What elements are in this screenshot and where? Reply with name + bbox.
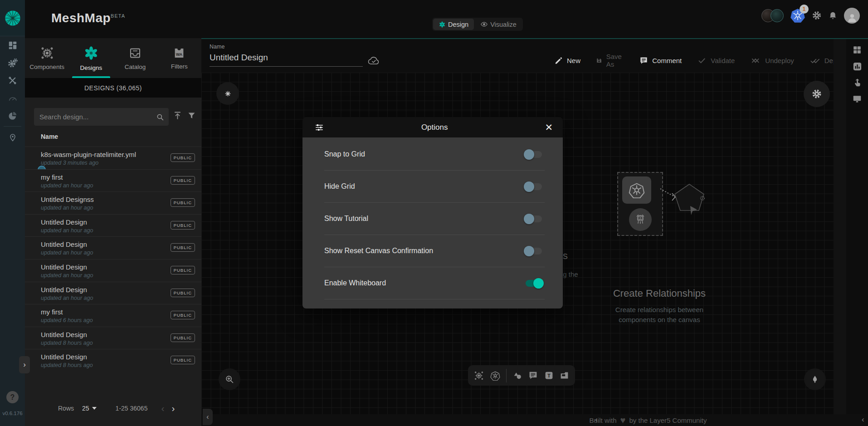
nav-extensions-icon[interactable]	[0, 107, 25, 125]
right-gap-strip	[834, 39, 846, 414]
kubernetes-context-button[interactable]: 1	[790, 8, 805, 23]
right-rail-interaction-icon[interactable]	[846, 74, 868, 91]
tab-catalog[interactable]: Catalog	[113, 38, 157, 78]
collapse-right-rail-button[interactable]: ‹	[862, 415, 864, 424]
undeploy-button[interactable]: Undeploy	[750, 53, 794, 68]
left-navigation-rail: › ? v0.6.176	[0, 0, 25, 426]
design-updated-time: updated 6 hours ago	[41, 317, 93, 323]
nav-performance-icon[interactable]	[0, 89, 25, 107]
user-profile-avatar[interactable]	[844, 8, 860, 24]
design-visibility-badge: PUBLIC	[171, 266, 195, 274]
previous-page-button[interactable]: ‹	[161, 403, 164, 414]
design-list-item[interactable]: my first updated an hour ago PUBLIC	[25, 169, 201, 192]
right-rail-screen-icon[interactable]	[846, 91, 868, 107]
right-rail-components-icon[interactable]	[846, 42, 868, 58]
tab-visualize[interactable]: Visualize	[475, 19, 522, 30]
dock-comment-icon[interactable]	[528, 371, 538, 380]
close-modal-button[interactable]: ✕	[545, 122, 553, 132]
zoom-in-fab[interactable]	[219, 368, 240, 390]
option-label: Show Tutorial	[324, 215, 526, 223]
dock-text-icon[interactable]: T	[544, 371, 554, 380]
design-name-input[interactable]	[210, 50, 363, 67]
filter-funnel-icon[interactable]	[187, 111, 196, 120]
gear-icon	[811, 88, 822, 99]
tab-design[interactable]: Design	[433, 19, 474, 30]
collapse-dock-button[interactable]: ‹	[595, 415, 598, 424]
new-button-label: New	[567, 57, 580, 64]
design-list-item[interactable]: k8s-wasm-plugin-ratelimiter.yml updated …	[25, 147, 201, 169]
save-as-button[interactable]: Save As	[596, 53, 624, 68]
dock-divider	[506, 369, 507, 382]
nav-lifecycle-icon[interactable]	[0, 54, 25, 72]
design-visibility-badge: PUBLIC	[171, 333, 195, 342]
option-row: Enable Whiteboard	[324, 267, 545, 299]
meshery-logo[interactable]	[0, 0, 25, 36]
notifications-bell-icon[interactable]	[828, 11, 838, 20]
canvas-settings-fab[interactable]	[804, 81, 830, 107]
design-list-item[interactable]: Untitled Design updated an hour ago PUBL…	[25, 236, 201, 259]
tab-designs[interactable]: Designs	[69, 38, 113, 78]
filters-tab-label: Filters	[171, 63, 188, 70]
design-visibility-badge: PUBLIC	[171, 243, 195, 252]
option-label: Enable Whiteboard	[324, 279, 526, 287]
design-list-item[interactable]: Untitled Design updated 8 hours ago PUBL…	[25, 327, 201, 349]
app-version: v0.6.176	[0, 411, 25, 416]
dock-shapes-icon[interactable]	[512, 371, 522, 381]
next-page-button[interactable]: ›	[171, 403, 175, 414]
tab-filters[interactable]: WA Filters	[157, 38, 201, 78]
search-icon[interactable]	[156, 113, 164, 121]
rows-per-page-value: 25	[82, 405, 89, 412]
dock-kubernetes-icon[interactable]	[490, 371, 500, 381]
comment-button[interactable]: Comment	[639, 53, 682, 68]
options-modal-title: Options	[324, 123, 545, 132]
design-visibility-badge: PUBLIC	[171, 289, 195, 297]
design-name: my first	[41, 308, 63, 316]
design-list: k8s-wasm-plugin-ratelimiter.yml updated …	[25, 147, 201, 372]
dock-media-icon[interactable]	[560, 371, 569, 380]
tab-components[interactable]: Components	[25, 38, 69, 78]
option-toggle[interactable]	[526, 215, 542, 222]
onboarding-subtitle-line2: components on the canvas	[591, 315, 727, 325]
pagination-bar: Rows 25 1-25 36065 ‹ ›	[25, 399, 201, 417]
rows-per-page-select[interactable]: 25	[82, 405, 97, 412]
toggle-knob	[524, 149, 534, 160]
design-visibility-badge: PUBLIC	[171, 311, 195, 319]
option-toggle[interactable]	[526, 183, 542, 190]
right-rail-analytics-icon[interactable]	[846, 58, 868, 74]
design-name: my first	[41, 173, 63, 181]
help-button[interactable]: ?	[6, 391, 19, 403]
design-author-avatar	[38, 166, 46, 169]
option-toggle[interactable]	[526, 280, 542, 287]
canvas-context-fab[interactable]	[216, 82, 239, 105]
kubernetes-context-count-badge: 1	[800, 5, 809, 14]
double-cross-icon	[750, 56, 761, 65]
option-toggle[interactable]	[526, 151, 542, 158]
collapse-panel-button[interactable]: ‹	[203, 409, 213, 425]
settings-gear-icon[interactable]	[812, 10, 822, 20]
toggle-knob	[524, 246, 534, 256]
nav-meshmap-icon[interactable]	[0, 128, 25, 146]
new-design-button[interactable]: New	[554, 53, 580, 68]
import-design-icon[interactable]	[173, 111, 182, 120]
design-list-item[interactable]: Untitled Designss updated an hour ago PU…	[25, 191, 201, 214]
option-toggle[interactable]	[526, 248, 542, 255]
design-updated-time: updated an hour ago	[41, 272, 93, 279]
expand-sidebar-button[interactable]: ›	[19, 356, 30, 373]
dock-components-icon[interactable]	[474, 371, 484, 381]
collaborator-avatar[interactable]	[770, 9, 784, 22]
design-list-item[interactable]: my first updated 6 hours ago PUBLIC	[25, 304, 201, 327]
design-list-item[interactable]: Untitled Design updated 8 hours ago PUBL…	[25, 349, 201, 372]
design-updated-time: updated an hour ago	[41, 250, 93, 256]
nav-configuration-icon[interactable]	[0, 72, 25, 89]
design-list-item[interactable]: Untitled Design updated an hour ago PUBL…	[25, 259, 201, 282]
search-input[interactable]	[34, 113, 156, 121]
whiteboard-pen-fab[interactable]	[804, 368, 826, 390]
design-list-item[interactable]: Untitled Design updated an hour ago PUBL…	[25, 214, 201, 237]
design-visibility-badge: PUBLIC	[171, 153, 195, 162]
validate-button[interactable]: Validate	[697, 53, 735, 68]
ink-droplet-icon	[810, 375, 819, 384]
toggle-knob	[533, 278, 544, 289]
option-label: Show Reset Canvas Confirmation	[324, 247, 526, 255]
design-list-item[interactable]: Untitled Design updated an hour ago PUBL…	[25, 282, 201, 304]
nav-dashboard-icon[interactable]	[0, 36, 25, 54]
